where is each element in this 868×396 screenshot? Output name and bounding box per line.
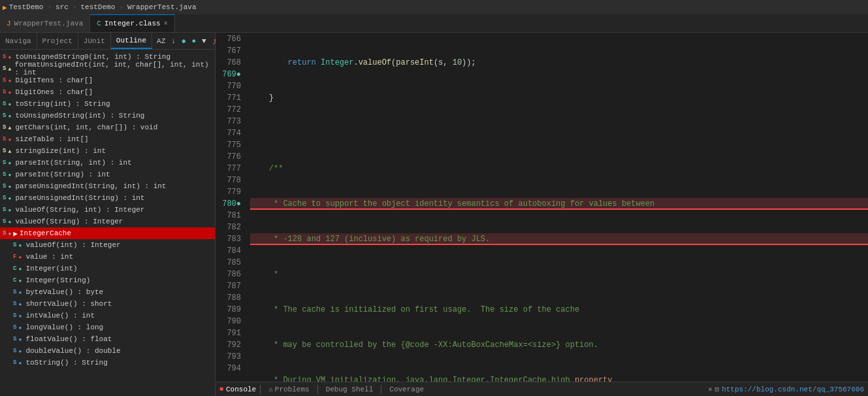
tab-close-button[interactable]: × [164, 20, 168, 27]
coverage-tab[interactable]: Coverage [385, 384, 428, 395]
breadcrumb-wrappertest[interactable]: WrapperTest.java [127, 3, 197, 11]
outline-item-shortvalue[interactable]: S ● shortValue() : short [0, 298, 215, 310]
panel-tab-outline[interactable]: Outline [111, 33, 152, 49]
breadcrumb-src[interactable]: src [56, 3, 69, 11]
item-label: DigitTens : char[] [15, 76, 93, 84]
item-label: intValue() : int [25, 312, 95, 320]
badge-sb5: S [13, 336, 16, 342]
outline-item-valueof-int[interactable]: S ● valueOf(int) : Integer [0, 239, 215, 251]
integercache-label: IntegerCache [20, 229, 71, 237]
top-bar: ▶ TestDemo › src › testDemo › WrapperTes… [0, 0, 868, 14]
outline-item-integer-int[interactable]: C ● Integer(int) [0, 263, 215, 274]
outline-item-tounsignedstring[interactable]: S ● toUnsignedString(int) : String [0, 110, 215, 122]
outline-item-floatvalue[interactable]: S ● floatValue() : float [0, 333, 215, 345]
dot-red4: ● [8, 137, 13, 142]
bottom-close-icon[interactable]: ✕ [708, 385, 713, 393]
bottom-panel: ■ Console ⚠ Problems Debug Shell Coverag… [216, 382, 868, 396]
item-label: formatUnsignedInt(int, int, char[], int,… [15, 61, 212, 76]
outline-item-tostring-int[interactable]: S ● toString(int) : String [0, 98, 215, 110]
outline-item-stringsize[interactable]: S ▲ stringSize(int) : int [0, 145, 215, 157]
divider1 [260, 385, 261, 394]
toolbar-collapse-icon[interactable]: ▼ [200, 36, 208, 46]
outline-item-valueof-si[interactable]: S ● valueOf(String, int) : Integer [0, 204, 215, 216]
outline-item-tostring[interactable]: S ● toString() : String [0, 357, 215, 369]
item-label: Integer(String) [25, 276, 90, 284]
outline-item-bytevalue[interactable]: S ● byteValue() : byte [0, 286, 215, 298]
code-line-769: /** [250, 163, 868, 174]
outline-item-getchars[interactable]: S ▲ getChars(int, int, char[]) : void [0, 122, 215, 133]
outline-item-formatunsignedint[interactable]: S ▲ formatUnsignedInt(int, int, char[], … [0, 63, 215, 74]
coverage-label: Coverage [389, 386, 424, 393]
outline-item-parseunsignedint-si[interactable]: S ● parseUnsignedInt(String, int) : int [0, 180, 215, 192]
panel-tab-project[interactable]: Project [37, 33, 78, 49]
item-label: longValue() : long [25, 323, 103, 331]
badge-sg7: S [3, 206, 6, 213]
outline-item-valueof-s[interactable]: S ● valueOf(String) : Integer [0, 216, 215, 227]
tab-wrappertest[interactable]: J WrapperTest.java [0, 14, 90, 32]
outline-item-intvalue[interactable]: S ● intValue() : int [0, 310, 215, 322]
tab-integer-class[interactable]: C Integer.class × [90, 14, 174, 32]
code-lines[interactable]: return Integer.valueOf(parseInt(s, 10));… [245, 33, 868, 382]
toolbar-sort-icon[interactable]: ↓ [169, 36, 178, 46]
outline-item-integer-string[interactable]: C ● Integer(String) [0, 274, 215, 286]
badge-sg: S [3, 101, 6, 107]
dot-yellow: ▲ [8, 66, 12, 72]
status-url: https://blog.csdn.net/qq_37567606 [722, 386, 864, 393]
item-label: sizeTable : int[] [15, 135, 88, 143]
badge-cg: C [13, 265, 16, 272]
outline-item-longvalue[interactable]: S ● longValue() : long [0, 322, 215, 333]
divider2 [317, 385, 318, 394]
dot-red3: ● [8, 90, 13, 95]
dot-blue7: ● [18, 360, 24, 366]
dot-green5: ● [8, 184, 13, 190]
bottom-minimize-icon[interactable]: ⊟ [715, 385, 720, 393]
panel-tab-naviga[interactable]: Naviga [0, 33, 37, 49]
panel-tab-junit[interactable]: JUnit [78, 33, 111, 49]
item-label: value : int [25, 253, 73, 261]
dot-green-c1: ● [18, 266, 24, 272]
dot-green1: ● [8, 101, 13, 107]
dot-blue4: ● [18, 325, 24, 331]
panel-tab-bar: Naviga Project JUnit Outline AZ ↓ ◆ ● ▼ … [0, 33, 215, 50]
outline-item-doublevalue[interactable]: S ● doubleValue() : double [0, 345, 215, 357]
badge-sb6: S [13, 348, 16, 354]
badge-a: S [3, 65, 6, 72]
outline-item-parseunsignedint-s[interactable]: S ● parseUnsignedInt(String) : int [0, 192, 215, 204]
item-label: parseInt(String) : int [15, 171, 110, 178]
badge-s: S [3, 77, 6, 84]
outline-item-parseint-string[interactable]: S ● parseInt(String) : int [0, 169, 215, 180]
dot-blue2: ● [18, 301, 24, 307]
dot-green9: ● [18, 242, 24, 248]
dot-integercache: ● [8, 231, 11, 237]
outline-item-digitones[interactable]: S ● DigitOnes : char[] [0, 86, 215, 98]
breadcrumb-testdemo2[interactable]: testDemo [80, 3, 115, 11]
item-label: toString(int) : String [15, 100, 110, 108]
code-line-767: } [250, 92, 868, 104]
badge-sg6: S [3, 195, 6, 201]
dot-yellow3: ▲ [8, 148, 13, 154]
tab-bar: J WrapperTest.java C Integer.class × [0, 14, 868, 33]
dot-red2: ● [8, 78, 13, 84]
breadcrumb-testdemo[interactable]: ▶ TestDemo [3, 3, 43, 12]
console-tab-label[interactable]: Console [226, 386, 256, 393]
toolbar-diamond-icon[interactable]: ◆ [180, 35, 188, 46]
outline-item-sizetable[interactable]: S ● sizeTable : int[] [0, 133, 215, 145]
item-label: valueOf(int) : Integer [25, 241, 120, 249]
dot-red-value: ● [18, 254, 24, 260]
problems-tab[interactable]: ⚠ Problems [265, 384, 313, 395]
dot-green6: ● [8, 195, 13, 201]
item-label: valueOf(String, int) : Integer [15, 206, 144, 214]
badge-sg2: S [3, 112, 6, 119]
code-editor: 766 767 768 769● 770 771 772 773 774 775… [216, 33, 868, 396]
toolbar-dot-icon[interactable]: ● [190, 36, 199, 46]
debug-shell-tab[interactable]: Debug Shell [322, 384, 378, 395]
dot-blue1: ● [18, 289, 24, 295]
badge-sb3: S [13, 312, 16, 319]
toolbar-az-icon[interactable]: AZ [155, 36, 167, 46]
outline-item-integercache[interactable]: S ● ▶ IntegerCache [0, 227, 215, 239]
tab-class-icon: C [97, 20, 101, 27]
outline-item-value[interactable]: F ● value : int [0, 251, 215, 263]
badge-sg4: S [3, 171, 6, 178]
outline-item-parseint-string-int[interactable]: S ● parseInt(String, int) : int [0, 157, 215, 169]
item-label: doubleValue() : double [25, 347, 120, 355]
